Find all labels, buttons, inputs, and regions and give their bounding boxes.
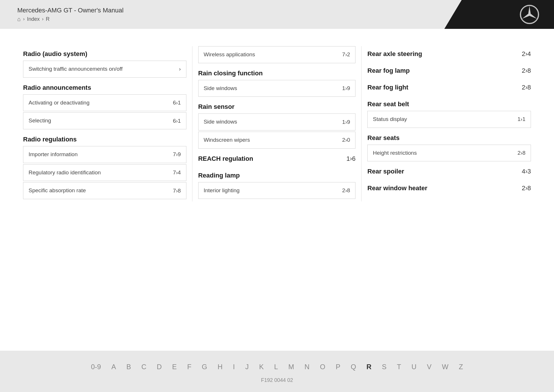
entry-main-2-0[interactable]: Rear axle steering2›4 [367, 46, 531, 61]
logo-area [444, 0, 554, 29]
entry-sub-0-0-0[interactable]: Switching traffic announcements on/off› [23, 61, 186, 78]
entry-main-0-1[interactable]: Radio announcements [23, 80, 186, 94]
entry-group-1-1: Rain closing functionSide windows1›9 [198, 66, 356, 97]
alpha-item-N[interactable]: N [299, 361, 315, 373]
alpha-item-V[interactable]: V [422, 361, 437, 373]
alpha-item-W[interactable]: W [437, 361, 454, 373]
entry-sub-label: Interior lighting [204, 187, 342, 194]
entry-main-1-4[interactable]: Reading lamp [198, 168, 356, 182]
alpha-item-K[interactable]: K [254, 361, 269, 373]
alpha-item-Q[interactable]: Q [345, 361, 361, 373]
alpha-item-M[interactable]: M [283, 361, 299, 373]
entry-main-1-2[interactable]: Rain sensor [198, 99, 356, 113]
entry-group-1-0: Wireless applications7›2 [198, 46, 356, 63]
alpha-item-H[interactable]: H [212, 361, 228, 373]
entry-main-label: Radio (audio system) [23, 50, 87, 58]
alpha-item-O[interactable]: O [315, 361, 331, 373]
entry-main-2-6[interactable]: Rear window heater2›8 [367, 180, 531, 195]
entry-sub-page: 6›1 [173, 100, 181, 106]
home-icon[interactable]: ⌂ [17, 16, 21, 23]
entry-sub-label: Status display [373, 116, 517, 123]
alpha-item-T[interactable]: T [392, 361, 406, 373]
entry-group-0-1: Radio announcementsActivating or deactiv… [23, 80, 186, 129]
entry-main-page: 2›8 [522, 67, 531, 74]
entry-group-0-2: Radio regulationsImporter information7›9… [23, 132, 186, 199]
alpha-item-R[interactable]: R [361, 361, 377, 373]
alpha-item-I[interactable]: I [228, 361, 240, 373]
entry-sub-1-0-0[interactable]: Wireless applications7›2 [198, 46, 356, 63]
entry-main-label: Rain closing function [198, 70, 263, 77]
entry-main-2-4[interactable]: Rear seats [367, 130, 531, 145]
alpha-item-F[interactable]: F [182, 361, 197, 373]
breadcrumb-sep-2: › [42, 16, 43, 22]
alpha-item-G[interactable]: G [196, 361, 212, 373]
entry-sub-1-2-0[interactable]: Side windows1›9 [198, 113, 356, 130]
entry-main-label: Rear spoiler [367, 168, 404, 175]
entry-main-page: 4›3 [522, 168, 531, 175]
alpha-item-P[interactable]: P [330, 361, 345, 373]
entry-main-label: Rain sensor [198, 103, 235, 111]
entry-sub-page: 1›1 [518, 116, 525, 122]
entry-sub-0-1-1[interactable]: Selecting6›1 [23, 112, 186, 129]
alpha-item-09[interactable]: 0-9 [86, 361, 106, 373]
entry-main-label: Rear axle steering [367, 50, 422, 58]
footer-code: F192 0044 02 [0, 377, 554, 386]
main-content: Radio (audio system)Switching traffic an… [0, 29, 554, 351]
entry-group-2-6: Rear window heater2›8 [367, 180, 531, 195]
entry-sub-2-4-0[interactable]: Height restrictions2›8 [367, 145, 531, 162]
header-left: Mercedes-AMG GT - Owner's Manual ⌂ › Ind… [0, 0, 444, 29]
entry-main-1-1[interactable]: Rain closing function [198, 66, 356, 80]
entry-sub-page: 1›9 [342, 119, 350, 125]
entry-main-1-3[interactable]: REACH regulation1›6 [198, 151, 356, 165]
breadcrumb-index[interactable]: Index [27, 16, 40, 22]
alpha-item-A[interactable]: A [106, 361, 121, 373]
entry-sub-0-1-0[interactable]: Activating or deactivating6›1 [23, 94, 186, 111]
document-title: Mercedes-AMG GT - Owner's Manual [17, 7, 427, 14]
entry-sub-label: Switching traffic announcements on/off [29, 66, 179, 73]
alpha-item-B[interactable]: B [121, 361, 136, 373]
alpha-item-Z[interactable]: Z [454, 361, 468, 373]
entry-main-2-3[interactable]: Rear seat belt [367, 96, 531, 111]
alpha-item-L[interactable]: L [269, 361, 283, 373]
entry-sub-1-2-1[interactable]: Windscreen wipers2›0 [198, 132, 356, 149]
alpha-item-D[interactable]: D [151, 361, 167, 373]
index-grid: Radio (audio system)Switching traffic an… [23, 46, 531, 201]
breadcrumb: ⌂ › Index › R [17, 16, 427, 23]
svg-point-2 [528, 13, 531, 16]
entry-sub-label: Windscreen wipers [204, 137, 342, 144]
column-1: Wireless applications7›2Rain closing fun… [192, 46, 362, 201]
entry-sub-label: Wireless applications [204, 51, 342, 58]
entry-sub-label: Specific absorption rate [29, 187, 173, 194]
header: Mercedes-AMG GT - Owner's Manual ⌂ › Ind… [0, 0, 554, 29]
entry-main-label: Rear window heater [367, 184, 427, 192]
entry-main-2-1[interactable]: Rear fog lamp2›8 [367, 63, 531, 77]
entry-sub-page: 2›8 [518, 150, 525, 156]
alpha-item-E[interactable]: E [167, 361, 182, 373]
column-2: Rear axle steering2›4Rear fog lamp2›8Rea… [362, 46, 531, 201]
alpha-item-C[interactable]: C [136, 361, 151, 373]
entry-group-2-3: Rear seat beltStatus display1›1 [367, 96, 531, 128]
alpha-item-S[interactable]: S [377, 361, 392, 373]
entry-sub-0-2-0[interactable]: Importer information7›9 [23, 146, 186, 163]
entry-main-label: Radio announcements [23, 84, 91, 92]
entry-sub-page: 1›9 [342, 85, 350, 92]
entry-group-2-4: Rear seatsHeight restrictions2›8 [367, 130, 531, 162]
entry-sub-0-2-1[interactable]: Regulatory radio identification7›4 [23, 164, 186, 181]
entry-main-2-2[interactable]: Rear fog light2›8 [367, 80, 531, 94]
alpha-item-J[interactable]: J [240, 361, 254, 373]
entry-main-2-5[interactable]: Rear spoiler4›3 [367, 164, 531, 178]
entry-sub-1-4-0[interactable]: Interior lighting2›8 [198, 182, 356, 199]
entry-sub-page: 7›8 [173, 188, 181, 194]
entry-sub-page: › [179, 66, 181, 72]
entry-main-page: 2›8 [522, 184, 531, 192]
entry-sub-2-3-0[interactable]: Status display1›1 [367, 111, 531, 128]
entry-sub-label: Height restrictions [373, 150, 517, 157]
column-0: Radio (audio system)Switching traffic an… [23, 46, 192, 201]
entry-sub-page: 7›2 [342, 51, 350, 58]
entry-main-0-2[interactable]: Radio regulations [23, 132, 186, 146]
alpha-item-U[interactable]: U [406, 361, 422, 373]
entry-sub-1-1-0[interactable]: Side windows1›9 [198, 80, 356, 97]
entry-sub-label: Side windows [204, 118, 342, 126]
entry-sub-0-2-2[interactable]: Specific absorption rate7›8 [23, 182, 186, 199]
entry-main-0-0[interactable]: Radio (audio system) [23, 46, 186, 61]
